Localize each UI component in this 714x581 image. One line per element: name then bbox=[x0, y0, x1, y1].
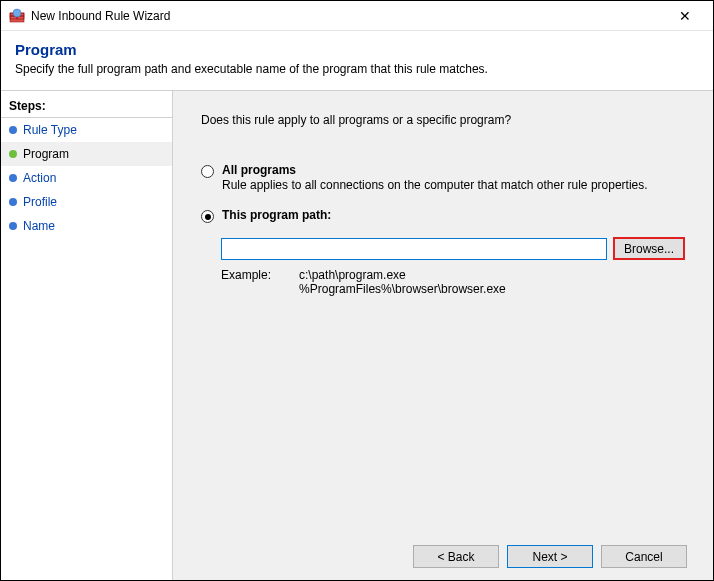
question-text: Does this rule apply to all programs or … bbox=[201, 113, 685, 127]
back-button[interactable]: < Back bbox=[413, 545, 499, 568]
titlebar: New Inbound Rule Wizard ✕ bbox=[1, 1, 713, 31]
steps-heading: Steps: bbox=[1, 95, 172, 118]
window-title: New Inbound Rule Wizard bbox=[31, 9, 665, 23]
header: Program Specify the full program path an… bbox=[1, 31, 713, 91]
program-path-input[interactable] bbox=[221, 238, 607, 260]
option-all-title: All programs bbox=[222, 163, 296, 177]
radio-all-programs[interactable] bbox=[201, 165, 214, 178]
example-label: Example: bbox=[221, 268, 271, 296]
option-all-programs[interactable]: All programs Rule applies to all connect… bbox=[201, 163, 685, 192]
option-path-title: This program path: bbox=[222, 208, 331, 222]
main-panel: Does this rule apply to all programs or … bbox=[173, 91, 713, 580]
close-icon: ✕ bbox=[679, 8, 691, 24]
bullet-icon bbox=[9, 150, 17, 158]
example-row: Example: c:\path\program.exe %ProgramFil… bbox=[221, 268, 685, 296]
step-name[interactable]: Name bbox=[1, 214, 172, 238]
page-title: Program bbox=[15, 41, 699, 58]
option-all-text: All programs Rule applies to all connect… bbox=[222, 163, 648, 192]
bullet-icon bbox=[9, 222, 17, 230]
step-label: Name bbox=[23, 219, 55, 233]
option-all-subtitle: Rule applies to all connections on the c… bbox=[222, 178, 648, 192]
cancel-button[interactable]: Cancel bbox=[601, 545, 687, 568]
page-description: Specify the full program path and execut… bbox=[15, 62, 699, 76]
bullet-icon bbox=[9, 126, 17, 134]
option-path-text: This program path: bbox=[222, 208, 331, 222]
footer: < Back Next > Cancel bbox=[191, 535, 695, 580]
step-label: Action bbox=[23, 171, 56, 185]
close-button[interactable]: ✕ bbox=[665, 2, 705, 30]
step-label: Profile bbox=[23, 195, 57, 209]
radio-this-program-path[interactable] bbox=[201, 210, 214, 223]
next-button[interactable]: Next > bbox=[507, 545, 593, 568]
example-values: c:\path\program.exe %ProgramFiles%\brows… bbox=[299, 268, 506, 296]
browse-button[interactable]: Browse... bbox=[613, 237, 685, 260]
step-profile[interactable]: Profile bbox=[1, 190, 172, 214]
svg-point-6 bbox=[13, 9, 21, 17]
step-label: Program bbox=[23, 147, 69, 161]
option-this-program-path[interactable]: This program path: bbox=[201, 208, 685, 223]
body: Steps: Rule Type Program Action Profile … bbox=[1, 91, 713, 580]
bullet-icon bbox=[9, 198, 17, 206]
step-program[interactable]: Program bbox=[1, 142, 172, 166]
step-label: Rule Type bbox=[23, 123, 77, 137]
firewall-icon bbox=[9, 8, 25, 24]
program-path-row: Browse... bbox=[221, 237, 685, 260]
step-action[interactable]: Action bbox=[1, 166, 172, 190]
wizard-window: New Inbound Rule Wizard ✕ Program Specif… bbox=[0, 0, 714, 581]
steps-sidebar: Steps: Rule Type Program Action Profile … bbox=[1, 91, 173, 580]
step-rule-type[interactable]: Rule Type bbox=[1, 118, 172, 142]
bullet-icon bbox=[9, 174, 17, 182]
